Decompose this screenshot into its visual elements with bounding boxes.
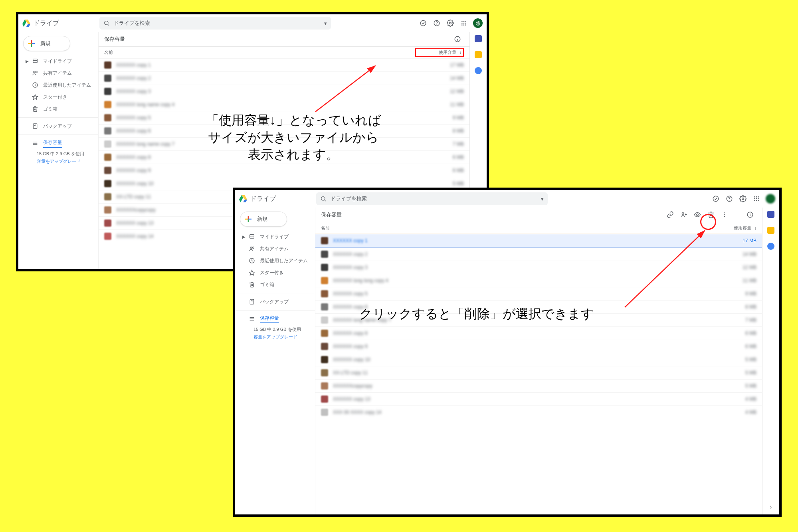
- share-person-icon[interactable]: [680, 211, 688, 219]
- file-thumbnail-icon: [321, 316, 328, 324]
- search-input[interactable]: ドライブを検索 ▾: [99, 17, 331, 30]
- file-name: XXXXXX copy 1: [116, 62, 428, 68]
- search-input[interactable]: ドライブを検索 ▾: [316, 192, 548, 205]
- table-row[interactable]: XXXXXX copy 59 MB: [315, 287, 762, 300]
- sidebar-item-label: 保存容量: [260, 315, 279, 323]
- sidebar-item-recent[interactable]: 最近使用したアイテム: [235, 255, 315, 267]
- file-name: XXXXXX copy 9: [333, 344, 721, 349]
- keep-rail-icon[interactable]: [767, 227, 774, 234]
- keep-rail-icon[interactable]: [475, 51, 482, 58]
- info-icon[interactable]: [453, 35, 461, 43]
- table-row[interactable]: XXXXXX copy 214 MB: [99, 71, 469, 85]
- file-list[interactable]: XXXXXX copy 117 MBXXXXXX copy 214 MBXXXX…: [315, 234, 762, 514]
- sidebar-item-storage[interactable]: 保存容量: [18, 137, 98, 149]
- settings-icon[interactable]: [446, 19, 455, 28]
- help-icon[interactable]: [432, 19, 441, 28]
- sidebar-item-backup[interactable]: バックアップ: [235, 296, 315, 308]
- table-row[interactable]: XXXXXX long name copy 411 MB: [99, 98, 469, 111]
- avatar[interactable]: 悠: [473, 18, 483, 28]
- table-row[interactable]: XXXXXX copy 105 MB: [315, 353, 762, 366]
- column-name[interactable]: 名前: [104, 49, 415, 55]
- preview-eye-icon[interactable]: [693, 211, 701, 219]
- sidebar-item-recent[interactable]: 最近使用したアイテム: [18, 79, 98, 91]
- new-button[interactable]: 新規: [23, 36, 70, 51]
- svg-point-16: [463, 24, 465, 26]
- tasks-rail-icon[interactable]: [767, 243, 774, 250]
- sidebar-item-mydrive[interactable]: ▶ マイドライブ: [18, 55, 98, 67]
- file-name: XXXXXXcopycopy: [333, 383, 721, 389]
- link-icon[interactable]: [666, 211, 674, 219]
- sidebar-item-storage[interactable]: 保存容量: [235, 313, 315, 325]
- sidebar-item-shared[interactable]: 共有アイテム: [235, 243, 315, 255]
- table-row[interactable]: XXX 00 XXXX copy 144 MB: [315, 405, 762, 419]
- settings-icon[interactable]: [739, 194, 747, 203]
- table-row[interactable]: XXXXXX copy 312 MB: [99, 85, 469, 98]
- sort-arrow-icon: ↓: [459, 50, 462, 55]
- delete-button[interactable]: [707, 211, 715, 219]
- sidebar-item-shared[interactable]: 共有アイテム: [18, 67, 98, 79]
- calendar-rail-icon[interactable]: [475, 35, 482, 42]
- backup-icon: [249, 299, 255, 305]
- quota-upgrade-link[interactable]: 容量をアップグレード: [37, 158, 98, 164]
- svg-point-65: [724, 216, 725, 217]
- svg-point-38: [729, 200, 729, 200]
- page-title: 保存容量: [104, 36, 125, 43]
- columns-header: 名前 使用容量 ↓: [99, 47, 469, 58]
- sidebar-item-trash[interactable]: ゴミ箱: [18, 103, 98, 115]
- search-dropdown-icon[interactable]: ▾: [324, 20, 327, 26]
- table-row[interactable]: XXXXXX copy 134 MB: [315, 392, 762, 405]
- search-dropdown-icon[interactable]: ▾: [541, 196, 544, 202]
- sidebar-item-starred[interactable]: スター付き: [18, 91, 98, 103]
- new-button-label: 新規: [257, 216, 267, 223]
- calendar-rail-icon[interactable]: [767, 211, 774, 218]
- apps-grid-icon[interactable]: [752, 194, 761, 203]
- table-row[interactable]: XXXXXXcopycopy5 MB: [315, 379, 762, 392]
- new-button-label: 新規: [40, 40, 51, 47]
- table-row[interactable]: XXXXXX copy 312 MB: [315, 261, 762, 274]
- sidebar-item-label: スター付き: [260, 269, 284, 276]
- ready-offline-icon[interactable]: [419, 19, 428, 28]
- help-icon[interactable]: [725, 194, 734, 203]
- svg-line-4: [108, 24, 109, 26]
- file-size: 5 MB: [721, 370, 756, 376]
- column-size[interactable]: 使用容量 ↓: [713, 225, 756, 231]
- sidebar-item-trash[interactable]: ゴミ箱: [235, 279, 315, 291]
- avatar[interactable]: [766, 194, 775, 204]
- file-name: XXXXXX long name copy 4: [116, 102, 428, 107]
- expand-icon[interactable]: ▶: [26, 59, 29, 63]
- more-vertical-icon[interactable]: [721, 211, 729, 219]
- info-icon[interactable]: [746, 211, 754, 219]
- column-name[interactable]: 名前: [321, 225, 713, 231]
- file-thumbnail-icon: [104, 233, 111, 240]
- main-title-bar: 保存容量: [315, 208, 762, 222]
- svg-point-17: [465, 24, 466, 26]
- table-row[interactable]: XXXXXX long long copy 411 MB: [315, 274, 762, 287]
- table-row[interactable]: XXXXXX copy 96 MB: [99, 164, 469, 177]
- table-row[interactable]: XXXXXX copy 96 MB: [315, 340, 762, 353]
- table-row[interactable]: XXXXXX copy 214 MB: [315, 247, 762, 261]
- sidebar-item-starred[interactable]: スター付き: [235, 267, 315, 279]
- table-row[interactable]: XX-LTD copy 115 MB: [315, 366, 762, 379]
- brand-name: ドライブ: [34, 19, 59, 28]
- quota-upgrade-link[interactable]: 容量をアップグレード: [253, 334, 315, 340]
- sidebar: 新規 ▶ マイドライブ 共有アイテム 最近: [235, 208, 315, 514]
- tasks-rail-icon[interactable]: [475, 67, 482, 74]
- new-button[interactable]: 新規: [240, 212, 287, 227]
- right-rail: ›: [762, 208, 779, 514]
- file-name: XXXXXX copy 8: [333, 330, 721, 336]
- sidebar-item-mydrive[interactable]: ▶ マイドライブ: [235, 231, 315, 243]
- expand-icon[interactable]: ▶: [242, 235, 246, 239]
- svg-point-45: [758, 198, 759, 200]
- ready-offline-icon[interactable]: [711, 194, 720, 203]
- table-row[interactable]: XXXXXX copy 117 MB: [99, 58, 469, 71]
- apps-grid-icon[interactable]: [459, 19, 468, 28]
- sidebar-item-label: マイドライブ: [43, 58, 72, 65]
- column-size[interactable]: 使用容量 ↓: [415, 48, 464, 57]
- sidebar-item-backup[interactable]: バックアップ: [18, 120, 98, 132]
- search-area: ドライブを検索 ▾: [99, 17, 419, 30]
- rail-chevron-icon[interactable]: ›: [770, 503, 772, 514]
- shared-icon: [32, 70, 38, 76]
- svg-line-35: [325, 200, 326, 201]
- table-row[interactable]: XXXXXX copy 117 MB: [315, 234, 762, 247]
- table-row[interactable]: XXXXXX copy 86 MB: [315, 326, 762, 340]
